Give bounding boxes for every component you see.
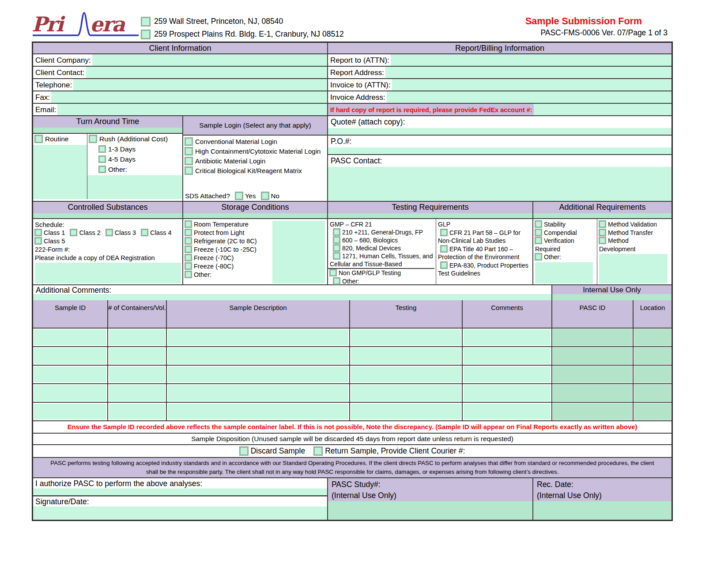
additional-other-input-area[interactable] (535, 262, 593, 284)
location-cell[interactable] (634, 366, 671, 383)
testing-cell[interactable] (350, 384, 463, 402)
glp-cfr21-checkbox[interactable] (441, 229, 447, 236)
sample-id-cell[interactable] (33, 384, 108, 402)
report-address-input[interactable] (385, 67, 671, 78)
method-validation-checkbox[interactable] (599, 221, 606, 227)
gmp-1271-checkbox[interactable] (333, 253, 340, 259)
containers-cell[interactable] (108, 366, 167, 383)
class-3-checkbox[interactable] (106, 229, 113, 236)
pasc-id-cell[interactable] (552, 347, 634, 365)
pasc-id-cell[interactable] (552, 366, 634, 383)
class-1-checkbox[interactable] (35, 229, 41, 236)
routine-checkbox[interactable] (35, 135, 42, 143)
rush-1-3-days-checkbox[interactable] (99, 146, 106, 152)
fax-input[interactable] (51, 91, 327, 103)
containers-cell[interactable] (108, 329, 167, 346)
refrigerate-checkbox[interactable] (185, 238, 192, 244)
comments-cell[interactable] (463, 347, 552, 365)
fedex-account-input[interactable] (534, 104, 671, 115)
containers-cell[interactable] (108, 403, 167, 420)
location-cell[interactable] (634, 403, 671, 420)
containers-cell[interactable] (108, 347, 167, 365)
non-gmp-checkbox[interactable] (330, 269, 336, 276)
pasc-id-cell[interactable] (552, 329, 634, 346)
verification-required-checkbox[interactable] (535, 237, 542, 244)
gmp-210-211-checkbox[interactable] (333, 229, 340, 235)
freeze-80-checkbox[interactable] (185, 263, 192, 269)
freeze-70-checkbox[interactable] (185, 254, 192, 261)
sds-no-checkbox[interactable] (261, 192, 269, 200)
signature-date-input[interactable] (33, 506, 327, 520)
controlled-substances-input-area[interactable] (35, 263, 181, 283)
comments-cell[interactable] (463, 366, 552, 383)
routine-input-area[interactable] (33, 145, 87, 199)
class-5-checkbox[interactable] (35, 238, 41, 244)
room-temperature-checkbox[interactable] (185, 221, 192, 227)
rush-other-input-area[interactable] (87, 175, 182, 199)
compendial-checkbox[interactable] (535, 229, 542, 236)
telephone-input[interactable] (73, 79, 327, 91)
email-input[interactable] (57, 104, 327, 115)
glp-epa-830-checkbox[interactable] (441, 262, 447, 268)
sample-id-cell[interactable] (33, 403, 108, 420)
method-development-checkbox[interactable] (599, 237, 606, 244)
class-2-checkbox[interactable] (70, 229, 77, 236)
description-cell[interactable] (167, 347, 350, 365)
location-cell[interactable] (634, 329, 671, 346)
pasc-id-cell[interactable] (552, 403, 634, 420)
address-2-checkbox[interactable] (141, 30, 150, 39)
stability-checkbox[interactable] (535, 221, 542, 227)
testing-cell[interactable] (350, 366, 463, 383)
description-cell[interactable] (167, 384, 350, 402)
comments-cell[interactable] (463, 384, 552, 402)
additional-comments-input[interactable] (33, 294, 551, 300)
testing-cell[interactable] (350, 329, 463, 346)
method-transfer-checkbox[interactable] (599, 229, 606, 236)
pasc-study-input[interactable] (328, 501, 532, 520)
testing-other-checkbox[interactable] (333, 278, 340, 284)
discard-sample-checkbox[interactable] (240, 447, 248, 455)
sample-id-cell[interactable] (33, 329, 108, 346)
gmp-600-680-checkbox[interactable] (333, 237, 340, 243)
return-sample-checkbox[interactable] (314, 447, 322, 455)
description-cell[interactable] (167, 366, 350, 383)
additional-other-checkbox[interactable] (535, 253, 542, 260)
quote-input[interactable] (328, 128, 671, 135)
description-cell[interactable] (167, 403, 350, 420)
storage-conditions-input-area[interactable] (272, 221, 325, 283)
storage-other-checkbox[interactable] (185, 271, 192, 278)
comments-cell[interactable] (463, 329, 552, 346)
pasc-contact-input[interactable] (328, 167, 671, 201)
conventional-material-checkbox[interactable] (185, 138, 192, 145)
protect-from-light-checkbox[interactable] (185, 229, 192, 236)
method-development-input-area[interactable] (599, 254, 668, 283)
glp-epa-title40-checkbox[interactable] (441, 246, 447, 252)
sample-id-cell[interactable] (33, 347, 108, 365)
antibiotic-material-checkbox[interactable] (185, 157, 192, 165)
invoice-address-input[interactable] (387, 91, 671, 103)
client-contact-input[interactable] (86, 67, 328, 78)
containers-cell[interactable] (108, 384, 167, 402)
location-cell[interactable] (634, 384, 671, 402)
description-cell[interactable] (167, 329, 350, 346)
sds-yes-checkbox[interactable] (235, 192, 243, 200)
report-to-input[interactable] (391, 54, 671, 66)
rush-4-5-days-checkbox[interactable] (99, 156, 106, 162)
high-containment-checkbox[interactable] (185, 147, 192, 155)
authorize-input[interactable] (33, 488, 327, 496)
address-1-checkbox[interactable] (141, 17, 150, 26)
pasc-id-cell[interactable] (552, 384, 634, 402)
comments-cell[interactable] (463, 403, 552, 420)
freeze-10-25-checkbox[interactable] (185, 246, 192, 253)
rush-checkbox[interactable] (89, 135, 97, 143)
invoice-to-input[interactable] (392, 79, 671, 91)
testing-cell[interactable] (350, 347, 463, 365)
critical-biological-checkbox[interactable] (185, 167, 192, 174)
sample-id-cell[interactable] (33, 366, 108, 383)
gmp-820-checkbox[interactable] (333, 245, 340, 251)
location-cell[interactable] (634, 347, 671, 365)
class-4-checkbox[interactable] (141, 229, 148, 236)
rush-other-checkbox[interactable] (99, 166, 106, 173)
client-company-input[interactable] (92, 54, 327, 66)
testing-cell[interactable] (350, 403, 463, 420)
